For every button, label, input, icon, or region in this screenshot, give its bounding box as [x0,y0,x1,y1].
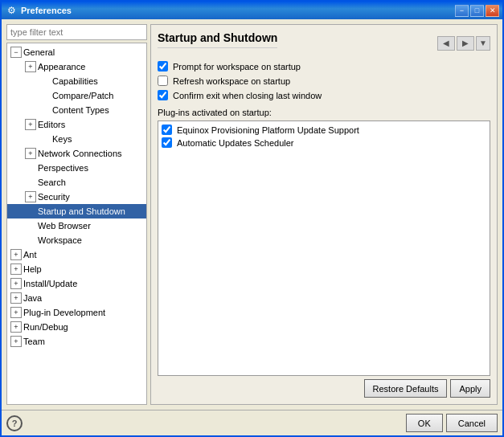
label-refresh-workspace: Refresh workspace on startup [173,76,290,86]
tree-item-capabilities[interactable]: Capabilities [7,74,146,88]
checkbox-confirm-exit[interactable] [158,90,168,100]
label-equinox: Equinox Provisioning Platform Update Sup… [177,125,359,135]
checkbox-row-prompt-workspace: Prompt for workspace on startup [158,61,490,71]
tree-item-ant[interactable]: Ant [7,247,146,262]
section-title: Startup and Shutdown [158,31,277,48]
tree-label-help: Help [23,263,42,276]
expand-general[interactable] [10,47,22,58]
expand-plugin-dev[interactable] [10,307,22,318]
maximize-button[interactable]: □ [470,5,484,17]
tree-item-run-debug[interactable]: Run/Debug [7,320,146,334]
tree-label-keys: Keys [52,133,72,145]
tree-label-run-debug: Run/Debug [23,321,68,333]
tree-item-compare-patch[interactable]: Compare/Patch [7,88,146,103]
filter-input[interactable] [6,24,147,40]
tree-item-security[interactable]: Security [7,190,146,204]
expand-team[interactable] [10,336,22,347]
label-auto-updates: Automatic Updates Scheduler [177,138,294,148]
plugin-item-equinox: Equinox Provisioning Platform Update Sup… [162,125,486,135]
tree-label-java: Java [23,292,42,304]
expand-security[interactable] [25,191,36,202]
tree-label-appearance: Appearance [38,60,85,73]
tree-label-ant: Ant [23,248,37,261]
expand-help[interactable] [10,263,22,275]
nav-back-button[interactable]: ◀ [437,36,455,51]
tree-label-web-browser: Web Browser [38,219,91,232]
nav-buttons: ◀ ▶ ▼ [437,36,490,51]
checkbox-row-confirm-exit: Confirm exit when closing last window [158,90,490,100]
right-panel: Startup and Shutdown ◀ ▶ ▼ Prompt for wo… [150,24,498,405]
expand-ant[interactable] [10,249,22,260]
tree-label-install-update: Install/Update [23,277,77,290]
tree-item-appearance[interactable]: Appearance [7,59,146,74]
window-controls: − □ ✕ [455,5,499,17]
tree-label-startup-shutdown: Startup and Shutdown [38,205,125,218]
plugins-list: Equinox Provisioning Platform Update Sup… [158,120,490,376]
close-button[interactable]: ✕ [486,5,499,17]
tree-label-search: Search [38,176,66,189]
checkbox-refresh-workspace[interactable] [158,76,168,86]
cancel-button[interactable]: Cancel [446,414,498,432]
tree-label-perspectives: Perspectives [38,161,88,174]
dialog-footer: ? OK Cancel [2,410,502,435]
tree-item-search[interactable]: Search [7,175,146,190]
tree-item-perspectives[interactable]: Perspectives [7,161,146,175]
expand-java[interactable] [10,292,22,304]
checkbox-auto-updates[interactable] [162,137,172,148]
tree-item-help[interactable]: Help [7,262,146,276]
checkbox-row-refresh-workspace: Refresh workspace on startup [158,76,490,86]
plugin-item-auto-updates: Automatic Updates Scheduler [162,137,486,148]
bottom-buttons: Restore Defaults Apply [158,379,490,398]
plugins-label: Plug-ins activated on startup: [158,108,490,117]
tree-item-content-types[interactable]: Content Types [7,103,146,117]
expand-editors[interactable] [25,119,36,130]
restore-defaults-button[interactable]: Restore Defaults [364,379,448,398]
label-confirm-exit: Confirm exit when closing last window [173,91,322,100]
nav-dropdown-button[interactable]: ▼ [476,36,490,51]
tree-label-capabilities: Capabilities [52,75,98,88]
left-panel: General Appearance Capabilities [6,24,147,405]
apply-button[interactable]: Apply [450,379,490,398]
expand-appearance[interactable] [25,61,36,72]
tree-item-keys[interactable]: Keys [7,132,146,146]
window-title: Preferences [21,6,455,15]
tree-item-install-update[interactable]: Install/Update [7,276,146,291]
ok-button[interactable]: OK [406,414,443,432]
tree-item-network-connections[interactable]: Network Connections [7,146,146,161]
main-row: General Appearance Capabilities [6,24,498,405]
nav-forward-button[interactable]: ▶ [457,36,474,51]
tree-label-team: Team [23,335,45,348]
plugins-section: Plug-ins activated on startup: Equinox P… [158,108,490,376]
tree-label-content-types: Content Types [52,104,109,116]
minimize-button[interactable]: − [455,5,469,17]
tree-item-editors[interactable]: Editors [7,117,146,132]
content-area: General Appearance Capabilities [2,19,502,410]
tree-item-plugin-development[interactable]: Plug-in Development [7,305,146,320]
tree-label-editors: Editors [38,118,65,131]
tree-item-general[interactable]: General [7,45,146,59]
preferences-window: ⚙ Preferences − □ ✕ General [0,0,504,437]
tree-label-workspace: Workspace [38,234,82,247]
tree-item-startup-shutdown[interactable]: Startup and Shutdown [7,204,146,218]
tree-label-general: General [23,46,55,59]
label-prompt-workspace: Prompt for workspace on startup [173,62,301,71]
expand-network[interactable] [25,148,36,159]
tree-label-compare-patch: Compare/Patch [52,89,113,102]
checkbox-equinox[interactable] [162,125,172,135]
tree-panel: General Appearance Capabilities [6,43,147,405]
checkbox-prompt-workspace[interactable] [158,61,168,71]
tree-item-web-browser[interactable]: Web Browser [7,218,146,233]
expand-run-debug[interactable] [10,321,22,333]
window-icon: ⚙ [5,4,18,17]
expand-install-update[interactable] [10,278,22,289]
tree-item-team[interactable]: Team [7,334,146,349]
tree-item-workspace[interactable]: Workspace [7,233,146,247]
title-bar: ⚙ Preferences − □ ✕ [2,2,502,19]
help-button[interactable]: ? [6,415,23,431]
tree-label-security: Security [38,190,70,203]
tree-label-network-connections: Network Connections [38,147,122,160]
tree-label-plugin-development: Plug-in Development [23,306,105,319]
tree-item-java[interactable]: Java [7,291,146,305]
